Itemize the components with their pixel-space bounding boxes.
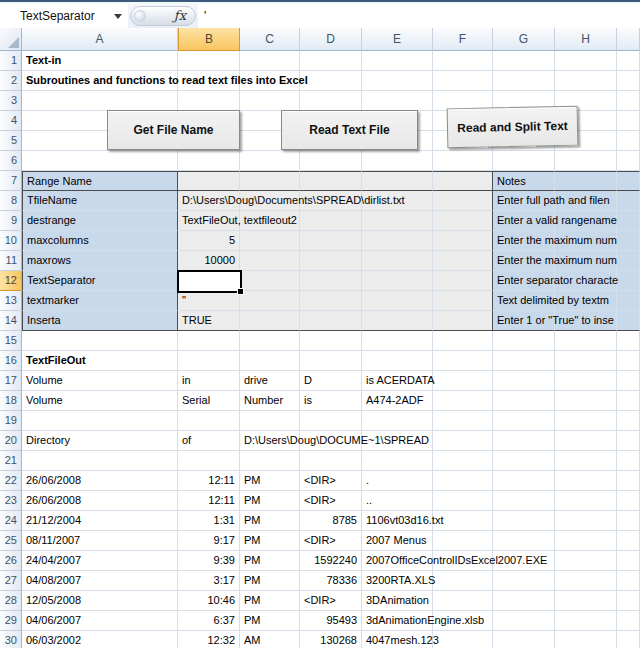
cell-G23[interactable] <box>493 491 555 511</box>
cell-E11[interactable] <box>362 251 433 271</box>
cell-B21[interactable] <box>178 451 240 471</box>
cell-B18[interactable]: Serial <box>178 391 240 411</box>
cell-A16[interactable]: TextFileOut <box>22 351 178 371</box>
cell-G17[interactable] <box>493 371 555 391</box>
cell-B8[interactable]: D:\Users\Doug\Documents\SPREAD\dirlist.t… <box>178 191 240 211</box>
cell-D21[interactable] <box>300 451 362 471</box>
cell-F23[interactable] <box>433 491 493 511</box>
cell-E29[interactable]: 3dAnimationEngine.xlsb <box>362 611 433 631</box>
cell-H26[interactable] <box>555 551 617 571</box>
cell-I29[interactable] <box>617 611 640 631</box>
cell-B14[interactable]: TRUE <box>178 311 240 331</box>
row-header-15[interactable]: 15 <box>0 331 22 351</box>
cell-I15[interactable] <box>617 331 640 351</box>
cell-I24[interactable] <box>617 511 640 531</box>
col-header-G[interactable]: G <box>493 28 555 51</box>
cell-I26[interactable] <box>617 551 640 571</box>
row-header-12[interactable]: 12 <box>0 271 22 291</box>
cell-D22[interactable]: <DIR> <box>300 471 362 491</box>
cell-I11[interactable] <box>617 251 640 271</box>
cell-B17[interactable]: in <box>178 371 240 391</box>
cell-A15[interactable] <box>22 331 178 351</box>
cell-F20[interactable] <box>433 431 493 451</box>
row-header-19[interactable]: 19 <box>0 411 22 431</box>
cell-D6[interactable] <box>300 151 362 171</box>
cell-E18[interactable]: A474-2ADF <box>362 391 433 411</box>
cell-C7[interactable] <box>240 171 300 191</box>
cell-A6[interactable] <box>22 151 178 171</box>
cell-F21[interactable] <box>433 451 493 471</box>
cell-B7[interactable] <box>178 171 240 191</box>
cell-B13[interactable]: " <box>178 291 240 311</box>
cell-C20[interactable]: D:\Users\Doug\DOCUME~1\SPREAD <box>240 431 300 451</box>
cell-A9[interactable]: destrange <box>22 211 178 231</box>
cell-C18[interactable]: Number <box>240 391 300 411</box>
cell-F18[interactable] <box>433 391 493 411</box>
cell-I25[interactable] <box>617 531 640 551</box>
cell-E19[interactable] <box>362 411 433 431</box>
cell-A10[interactable]: maxcolumns <box>22 231 178 251</box>
cell-H15[interactable] <box>555 331 617 351</box>
cell-C11[interactable] <box>240 251 300 271</box>
cell-H2[interactable] <box>555 71 617 91</box>
cell-I1[interactable] <box>617 51 640 71</box>
row-header-2[interactable]: 2 <box>0 71 22 91</box>
cell-C14[interactable] <box>240 311 300 331</box>
cell-C21[interactable] <box>240 451 300 471</box>
cell-D24[interactable]: 8785 <box>300 511 362 531</box>
row-header-5[interactable]: 5 <box>0 131 22 151</box>
cell-I14[interactable] <box>617 311 640 331</box>
cell-I20[interactable] <box>617 431 640 451</box>
cell-I17[interactable] <box>617 371 640 391</box>
cell-D18[interactable]: is <box>300 391 362 411</box>
cell-D13[interactable] <box>300 291 362 311</box>
cell-D19[interactable] <box>300 411 362 431</box>
cell-A1[interactable]: Text-in <box>22 51 178 71</box>
cell-D15[interactable] <box>300 331 362 351</box>
cell-E16[interactable] <box>362 351 433 371</box>
col-header-H[interactable]: H <box>555 28 617 51</box>
cell-H22[interactable] <box>555 471 617 491</box>
cell-B23[interactable]: 12:11 <box>178 491 240 511</box>
cell-G8[interactable]: Enter full path and filen <box>493 191 555 211</box>
cell-A8[interactable]: TfileName <box>22 191 178 211</box>
cell-G18[interactable] <box>493 391 555 411</box>
cell-A26[interactable]: 24/04/2007 <box>22 551 178 571</box>
cell-C29[interactable]: PM <box>240 611 300 631</box>
cell-G19[interactable] <box>493 411 555 431</box>
cell-B29[interactable]: 6:37 <box>178 611 240 631</box>
col-header-B[interactable]: B <box>178 28 240 51</box>
cell-H23[interactable] <box>555 491 617 511</box>
cell-C6[interactable] <box>240 151 300 171</box>
cell-D3[interactable] <box>300 91 362 111</box>
cell-I13[interactable] <box>617 291 640 311</box>
cell-H6[interactable] <box>555 151 617 171</box>
row-header-4[interactable]: 4 <box>0 111 22 131</box>
cell-I18[interactable] <box>617 391 640 411</box>
cell-E21[interactable] <box>362 451 433 471</box>
formula-bar-input[interactable]: ' <box>198 4 640 28</box>
cell-B28[interactable]: 10:46 <box>178 591 240 611</box>
cell-I7[interactable] <box>617 171 640 191</box>
cell-B20[interactable]: of <box>178 431 240 451</box>
cell-C23[interactable]: PM <box>240 491 300 511</box>
cell-I23[interactable] <box>617 491 640 511</box>
cell-C1[interactable] <box>240 51 300 71</box>
cell-B16[interactable] <box>178 351 240 371</box>
cell-D25[interactable]: <DIR> <box>300 531 362 551</box>
cell-I28[interactable] <box>617 591 640 611</box>
cell-F12[interactable] <box>433 271 493 291</box>
cell-F10[interactable] <box>433 231 493 251</box>
cell-G28[interactable] <box>493 591 555 611</box>
row-header-10[interactable]: 10 <box>0 231 22 251</box>
cell-I21[interactable] <box>617 451 640 471</box>
cell-F16[interactable] <box>433 351 493 371</box>
cell-E26[interactable]: 2007OfficeControlIDsExcel2007.EXE <box>362 551 433 571</box>
cell-A21[interactable] <box>22 451 178 471</box>
cell-G27[interactable] <box>493 571 555 591</box>
cell-H19[interactable] <box>555 411 617 431</box>
row-header-25[interactable]: 25 <box>0 531 22 551</box>
cell-E1[interactable] <box>362 51 433 71</box>
cell-C24[interactable]: PM <box>240 511 300 531</box>
cell-F1[interactable] <box>433 51 493 71</box>
